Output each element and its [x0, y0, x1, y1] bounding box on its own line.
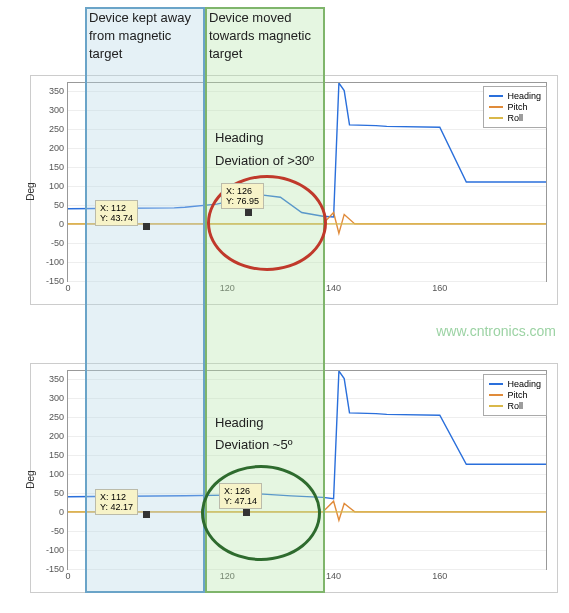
legend: Heading Pitch Roll: [483, 86, 547, 128]
overlay-towards-text: Device moved towards magnetic target: [209, 9, 321, 64]
datatip-marker: [143, 223, 150, 230]
x-tick: 160: [432, 283, 447, 293]
y-tick: -50: [51, 526, 64, 536]
datatip-bot-1: X: 112 Y: 42.17: [95, 489, 138, 515]
legend-pitch: Pitch: [489, 102, 541, 112]
legend-heading: Heading: [489, 91, 541, 101]
x-tick: 140: [326, 571, 341, 581]
datatip-marker: [243, 509, 250, 516]
y-tick: -100: [46, 545, 64, 555]
y-tick: 200: [49, 143, 64, 153]
y-tick: -150: [46, 564, 64, 574]
y-tick: -150: [46, 276, 64, 286]
legend-roll: Roll: [489, 401, 541, 411]
legend-heading: Heading: [489, 379, 541, 389]
y-axis-label: Deg: [25, 470, 36, 488]
y-tick: 250: [49, 124, 64, 134]
datatip-top-2: X: 126 Y: 76.95: [221, 183, 264, 209]
y-tick: 200: [49, 431, 64, 441]
datatip-top-1: X: 112 Y: 43.74: [95, 200, 138, 226]
y-tick: 350: [49, 86, 64, 96]
watermark: www.cntronics.com: [436, 323, 556, 339]
y-tick: 150: [49, 162, 64, 172]
y-tick: 50: [54, 200, 64, 210]
legend-pitch: Pitch: [489, 390, 541, 400]
y-tick: 0: [59, 219, 64, 229]
y-tick: -50: [51, 238, 64, 248]
datatip-marker: [245, 209, 252, 216]
y-tick: 150: [49, 450, 64, 460]
datatip-marker: [143, 511, 150, 518]
overlay-away-text: Device kept away from magnetic target: [89, 9, 201, 64]
y-tick: 100: [49, 469, 64, 479]
x-tick: 140: [326, 283, 341, 293]
green-circle: [201, 465, 321, 561]
y-tick: 300: [49, 105, 64, 115]
top-annot-1: Heading: [215, 130, 263, 145]
y-tick: 50: [54, 488, 64, 498]
y-tick: 100: [49, 181, 64, 191]
y-axis-label: Deg: [25, 182, 36, 200]
y-tick: -100: [46, 257, 64, 267]
legend-roll: Roll: [489, 113, 541, 123]
y-tick: 250: [49, 412, 64, 422]
bot-annot-2: Deviation ~5º: [215, 437, 292, 452]
legend: Heading Pitch Roll: [483, 374, 547, 416]
figure-container: Device kept away from magnetic target De…: [5, 5, 564, 608]
y-tick: 300: [49, 393, 64, 403]
x-tick: 0: [65, 283, 70, 293]
x-tick: 0: [65, 571, 70, 581]
bot-annot-1: Heading: [215, 415, 263, 430]
top-annot-2: Deviation of >30º: [215, 153, 314, 168]
datatip-bot-2: X: 126 Y: 47.14: [219, 483, 262, 509]
y-tick: 350: [49, 374, 64, 384]
y-tick: 0: [59, 507, 64, 517]
x-tick: 160: [432, 571, 447, 581]
